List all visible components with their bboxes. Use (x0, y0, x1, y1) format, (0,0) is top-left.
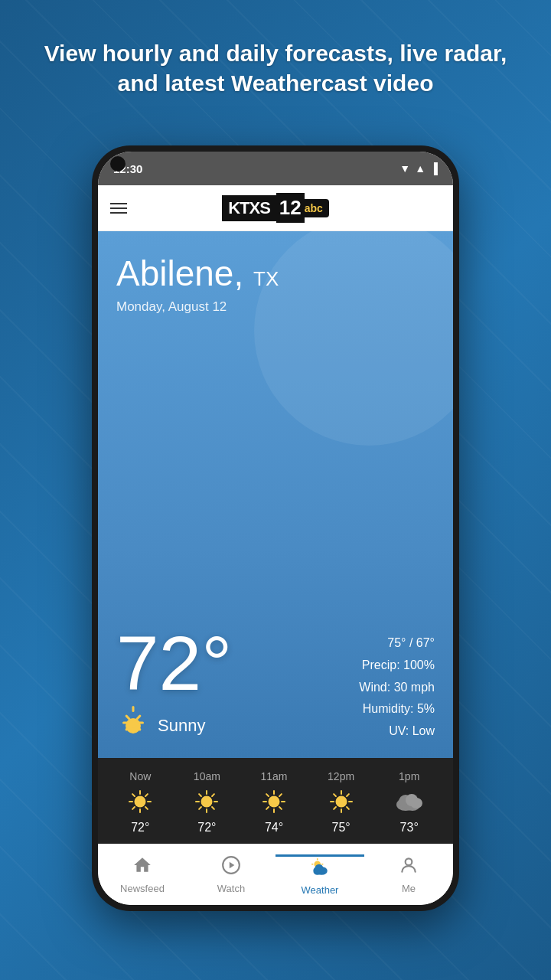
home-icon (132, 855, 152, 880)
hourly-time-now: Now (129, 770, 151, 782)
play-icon (221, 855, 241, 880)
person-icon (399, 855, 419, 880)
weather-details: 75° / 67° Precip: 100% Wind: 30 mph Humi… (359, 632, 435, 743)
city-name: Abilene, TX (116, 254, 435, 293)
hourly-item-now: Now 72° (127, 770, 153, 835)
weather-main-area: Abilene, TX Monday, August 12 72° (98, 231, 453, 758)
hourly-temp-1pm: 73° (400, 821, 419, 835)
app-header: KTXS 12 abc (98, 185, 453, 231)
svg-point-4 (410, 798, 422, 808)
wifi-icon: ▼ (399, 162, 410, 175)
logo-ktxs-text: KTXS (222, 195, 276, 221)
weather-nav-icon (310, 857, 330, 881)
hourly-time-1pm: 1pm (399, 770, 419, 782)
cloud-with-sun-icon (310, 857, 330, 877)
nav-item-newsfeed[interactable]: Newsfeed (98, 855, 187, 894)
nav-label-newsfeed: Newsfeed (120, 883, 165, 894)
svg-point-14 (315, 864, 324, 872)
condition-row: Sunny (116, 709, 232, 743)
hourly-scroll-container: Now 72° 10am (98, 770, 453, 835)
bottom-nav: Newsfeed Watch (98, 844, 453, 905)
hourly-temp-now: 72° (131, 821, 149, 835)
cloud-svg (395, 792, 424, 811)
logo-number-text: 12 (276, 193, 305, 223)
weather-date: Monday, August 12 (116, 299, 435, 315)
camera-notch (110, 156, 126, 172)
hourly-item-1pm: 1pm 73° (395, 770, 424, 835)
hourly-time-12pm: 12pm (328, 770, 354, 782)
hourly-temp-10am: 72° (197, 821, 216, 835)
hamburger-menu-button[interactable] (110, 203, 127, 214)
hourly-sun-11am (261, 789, 287, 815)
high-low-text: 75° / 67° (359, 632, 435, 655)
nav-item-me[interactable]: Me (364, 855, 453, 894)
phone-frame: 12:30 ▼ ▲ ▐ KTXS 12 abc Abilene, TX (92, 145, 459, 911)
condition-text: Sunny (158, 716, 205, 736)
weather-bottom-section: 72° (116, 625, 435, 743)
svg-point-15 (406, 858, 412, 865)
promo-text: View hourly and daily forecasts, live ra… (0, 38, 551, 98)
hourly-sun-10am (194, 789, 220, 815)
wind-text: Wind: 30 mph (359, 677, 435, 699)
precip-text: Precip: 100% (359, 655, 435, 677)
logo-abc-text: abc (305, 199, 329, 217)
hourly-item-10am: 10am 72° (194, 770, 220, 835)
battery-icon: ▐ (430, 162, 438, 175)
status-icons: ▼ ▲ ▐ (399, 162, 438, 175)
nav-item-watch[interactable]: Watch (187, 855, 276, 894)
app-logo: KTXS 12 abc (222, 193, 329, 223)
hourly-temp-11am: 74° (265, 821, 283, 835)
humidity-text: Humidity: 5% (359, 698, 435, 720)
hourly-time-11am: 11am (260, 770, 287, 782)
temp-section: 72° (116, 625, 232, 743)
nav-label-me: Me (402, 883, 416, 894)
hourly-time-10am: 10am (194, 770, 220, 782)
hourly-temp-12pm: 75° (331, 821, 350, 835)
hourly-sun-12pm (328, 789, 354, 815)
hourly-forecast-bar[interactable]: Now 72° 10am (98, 758, 453, 844)
phone-screen: 12:30 ▼ ▲ ▐ KTXS 12 abc Abilene, TX (98, 152, 453, 905)
hourly-cloud-1pm (395, 789, 424, 815)
uv-text: UV: Low (359, 720, 435, 743)
nav-label-watch: Watch (217, 883, 245, 894)
nav-label-weather: Weather (302, 884, 339, 896)
status-bar: 12:30 ▼ ▲ ▐ (98, 152, 453, 185)
main-temperature: 72° (116, 625, 232, 701)
city-state: TX (253, 267, 279, 290)
svg-marker-6 (230, 862, 235, 869)
hourly-item-11am: 11am 74° (260, 770, 287, 835)
nav-item-weather[interactable]: Weather (276, 854, 364, 896)
hourly-item-12pm: 12pm 75° (328, 770, 354, 835)
hourly-sun-now (127, 789, 153, 815)
signal-icon: ▲ (415, 162, 425, 175)
sun-icon (116, 709, 150, 743)
